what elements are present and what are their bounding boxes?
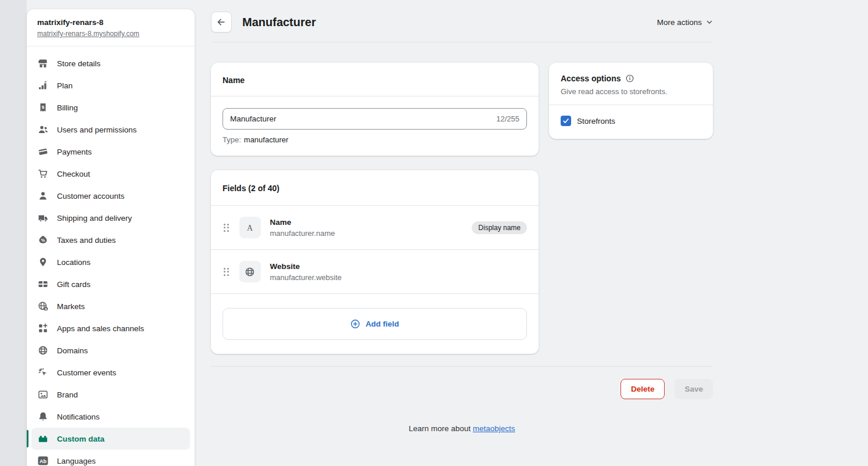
field-name: Website <box>270 262 342 271</box>
back-arrow-icon <box>216 17 227 27</box>
sidebar-item-checkout[interactable]: Checkout <box>31 163 190 185</box>
sidebar-item-customer-events[interactable]: Customer events <box>31 361 190 383</box>
fields-card: Fields (2 of 40) ANamemanufacturer.nameD… <box>211 170 539 354</box>
billing-icon: $ <box>37 102 49 113</box>
payments-icon <box>37 146 49 157</box>
sidebar-item-label: Payments <box>57 148 92 156</box>
sidebar-item-label: Plan <box>57 81 73 90</box>
sidebar-item-users-and-permissions[interactable]: Users and permissions <box>31 119 190 141</box>
type-value: manufacturer <box>244 135 289 144</box>
metaobjects-link[interactable]: metaobjects <box>473 424 515 433</box>
sidebar-item-label: Taxes and duties <box>57 236 116 245</box>
languages-icon: Ab <box>37 455 49 466</box>
storefronts-checkbox-label: Storefronts <box>577 117 615 126</box>
actions-row: Delete Save <box>211 379 713 399</box>
sidebar-item-payments[interactable]: Payments <box>31 141 190 163</box>
sidebar-item-brand[interactable]: Brand <box>31 383 190 406</box>
field-name: Name <box>270 218 335 227</box>
sidebar-item-customer-accounts[interactable]: Customer accounts <box>31 185 190 207</box>
svg-text:A: A <box>247 223 253 232</box>
single-line-text-icon: A <box>239 217 261 238</box>
page-header: Manufacturer More actions <box>211 12 713 33</box>
sidebar-item-label: Notifications <box>57 413 100 421</box>
left-gutter <box>0 0 27 466</box>
sidebar-item-shipping-and-delivery[interactable]: Shipping and delivery <box>31 207 190 229</box>
char-counter: 12/255 <box>496 114 519 123</box>
sidebar-item-markets[interactable]: $Markets <box>31 295 190 317</box>
sidebar-item-taxes-and-duties[interactable]: %Taxes and duties <box>31 229 190 251</box>
delete-button[interactable]: Delete <box>620 379 665 399</box>
access-options-description: Give read access to storefronts. <box>561 87 701 96</box>
customer-events-icon <box>37 367 49 378</box>
bell-icon <box>37 411 49 422</box>
sidebar-item-label: Checkout <box>57 170 90 178</box>
url-globe-icon <box>239 261 261 282</box>
location-pin-icon <box>37 256 49 268</box>
access-options-title: Access options <box>561 74 620 83</box>
type-helper: Type:manufacturer <box>223 135 527 144</box>
checkmark-icon <box>562 117 569 124</box>
learn-more-footer: Learn more about metaobjects <box>211 424 713 433</box>
sidebar-item-label: Custom data <box>57 435 105 443</box>
page-title: Manufacturer <box>242 16 316 29</box>
back-button[interactable] <box>211 12 232 33</box>
sidebar-item-gift-cards[interactable]: Gift cards <box>31 273 190 295</box>
drag-handle-icon[interactable] <box>223 266 230 278</box>
field-row-name[interactable]: ANamemanufacturer.nameDisplay name <box>211 206 539 249</box>
sidebar-item-custom-data[interactable]: Custom data <box>31 428 190 450</box>
sidebar-item-label: Markets <box>57 302 85 311</box>
sidebar-item-label: Customer events <box>57 368 116 377</box>
bottom-divider <box>211 366 713 367</box>
store-icon <box>37 58 49 69</box>
name-card: Name 12/255 Type:manufacturer <box>211 63 539 156</box>
field-rows: ANamemanufacturer.nameDisplay nameWebsit… <box>211 206 539 294</box>
sidebar-item-label: Locations <box>57 258 91 267</box>
gift-card-icon <box>37 278 49 290</box>
sidebar-item-languages[interactable]: AbLanguages <box>31 450 190 466</box>
name-input[interactable] <box>230 114 490 123</box>
fields-card-title: Fields (2 of 40) <box>223 184 279 193</box>
brand-image-icon <box>37 389 49 400</box>
users-icon <box>37 124 49 135</box>
checkout-cart-icon <box>37 168 49 180</box>
type-label: Type: <box>223 135 241 144</box>
info-icon[interactable] <box>625 74 634 83</box>
add-field-label: Add field <box>365 320 399 328</box>
svg-text:%: % <box>41 238 45 243</box>
more-actions-button[interactable]: More actions <box>657 18 713 27</box>
access-options-card: Access options Give read access to store… <box>549 63 713 139</box>
header-divider <box>211 42 713 42</box>
sidebar-item-notifications[interactable]: Notifications <box>31 406 190 428</box>
svg-text:Ab: Ab <box>40 458 46 464</box>
taxes-icon: % <box>37 234 49 246</box>
store-domain-link[interactable]: matrixify-renars-8.myshopify.com <box>37 30 139 38</box>
customer-accounts-icon <box>37 190 49 202</box>
add-field-button[interactable]: Add field <box>223 308 527 340</box>
field-row-website[interactable]: Websitemanufacturer.website <box>211 250 539 293</box>
custom-data-brick-icon <box>37 433 49 445</box>
more-actions-label: More actions <box>657 18 702 27</box>
sidebar-item-label: Gift cards <box>57 280 91 289</box>
sidebar-item-label: Customer accounts <box>57 192 124 200</box>
name-card-title: Name <box>223 76 245 85</box>
sidebar-item-label: Languages <box>57 457 96 465</box>
sidebar-item-apps-and-sales-channels[interactable]: Apps and sales channels <box>31 317 190 339</box>
drag-handle-icon[interactable] <box>223 221 230 234</box>
sidebar-item-plan[interactable]: Plan <box>31 74 190 96</box>
sidebar-item-label: Brand <box>57 390 78 399</box>
save-button[interactable]: Save <box>675 379 713 399</box>
plus-circle-icon <box>350 319 360 329</box>
storefronts-checkbox[interactable] <box>561 116 571 126</box>
shipping-truck-icon <box>37 212 49 224</box>
sidebar-item-label: Domains <box>57 346 88 355</box>
sidebar-item-label: Users and permissions <box>57 126 137 134</box>
field-key: manufacturer.website <box>270 273 342 282</box>
sidebar-item-locations[interactable]: Locations <box>31 251 190 273</box>
sidebar-item-store-details[interactable]: Store details <box>31 52 190 74</box>
sidebar-item-domains[interactable]: Domains <box>31 339 190 361</box>
svg-text:$: $ <box>45 307 46 311</box>
settings-sidebar: matrixify-renars-8 matrixify-renars-8.my… <box>27 9 195 466</box>
sidebar-item-billing[interactable]: $Billing <box>31 96 190 119</box>
learn-more-prefix: Learn more about <box>408 424 471 433</box>
sidebar-item-label: Billing <box>57 103 78 112</box>
